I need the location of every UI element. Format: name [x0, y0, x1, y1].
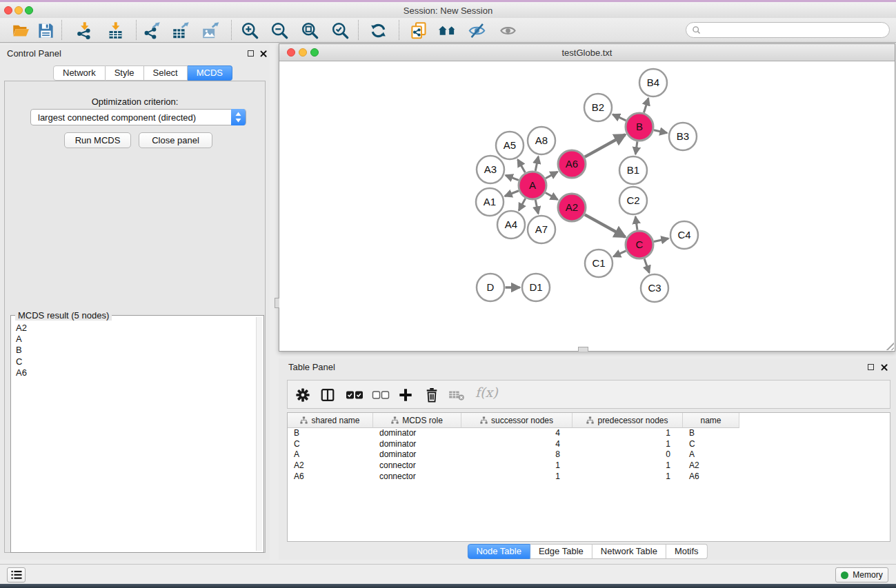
export-image-button[interactable] [199, 20, 222, 41]
cell-predecessor-nodes[interactable]: 1 [573, 472, 683, 483]
graph-node-B1[interactable]: B1 [619, 156, 647, 184]
memory-button[interactable]: Memory [835, 567, 888, 582]
cell-successor-nodes[interactable]: 4 [461, 439, 573, 450]
result-scrollbar[interactable] [256, 317, 262, 551]
graph-edge-B-B1[interactable] [635, 141, 637, 154]
graph-edge-C-C3[interactable] [644, 258, 649, 273]
graph-node-D1[interactable]: D1 [522, 274, 550, 301]
graph-edge-C-C4[interactable] [654, 239, 668, 242]
cell-name[interactable]: A [683, 449, 739, 460]
show-task-history-button[interactable] [7, 567, 26, 582]
zoom-selected-button[interactable] [328, 20, 352, 41]
table-close-panel-icon[interactable] [880, 363, 888, 371]
tab-mcds[interactable]: MCDS [188, 65, 232, 81]
cell-shared-name[interactable]: A2 [288, 460, 373, 472]
cell-name[interactable]: C [683, 439, 739, 450]
export-network-button[interactable] [140, 20, 163, 41]
graph-edge-A2-C[interactable] [585, 214, 626, 236]
graph-node-B4[interactable]: B4 [639, 69, 667, 97]
export-table-button[interactable] [169, 20, 192, 41]
first-neighbors-button[interactable] [435, 20, 459, 41]
search-input[interactable] [704, 23, 885, 37]
criterion-select[interactable]: largest connected component (directed) [30, 109, 246, 125]
graph-node-B3[interactable]: B3 [669, 123, 697, 150]
network-canvas[interactable]: B4B2BB3A5A8A6B1A3AC2A1A2A4A7C4CC1C3DD1 [279, 61, 895, 351]
column-header-name[interactable]: name [683, 413, 739, 428]
network-graph[interactable]: B4B2BB3A5A8A6B1A3AC2A1A2A4A7C4CC1C3DD1 [279, 61, 895, 351]
zoom-fit-button[interactable] [298, 20, 321, 41]
graph-edge-A-A1[interactable] [505, 191, 519, 196]
cell-predecessor-nodes[interactable]: 1 [573, 439, 683, 450]
table-row-b[interactable]: Bdominator41B [288, 428, 890, 439]
tab-node-table[interactable]: Node Table [467, 544, 530, 559]
cell-name[interactable]: A2 [683, 460, 739, 472]
graph-node-B2[interactable]: B2 [584, 94, 612, 121]
column-header-predecessor-nodes[interactable]: predecessor nodes [573, 413, 683, 428]
graph-edge-B-B2[interactable] [613, 114, 626, 121]
show-column-button[interactable] [317, 385, 339, 405]
cell-shared-name[interactable]: A [288, 449, 373, 460]
table-settings-button[interactable] [292, 385, 314, 405]
graph-edge-A-A3[interactable] [506, 175, 519, 180]
graph-node-C4[interactable]: C4 [670, 221, 698, 249]
apply-layout-button[interactable] [366, 20, 390, 41]
graph-node-D[interactable]: D [477, 274, 504, 301]
graph-node-A7[interactable]: A7 [528, 216, 555, 243]
deselect-all-button[interactable] [370, 385, 392, 405]
column-header-successor-nodes[interactable]: successor nodes [461, 413, 573, 428]
graph-node-B[interactable]: B [626, 113, 653, 141]
graph-node-A5[interactable]: A5 [496, 132, 524, 159]
cell-shared-name[interactable]: A6 [288, 472, 373, 483]
cell-successor-nodes[interactable]: 1 [461, 460, 573, 472]
cell-successor-nodes[interactable]: 4 [461, 428, 573, 439]
cell-predecessor-nodes[interactable]: 1 [573, 428, 683, 439]
close-panel-button[interactable]: Close panel [139, 132, 212, 148]
tab-select[interactable]: Select [144, 65, 188, 81]
cell-shared-name[interactable]: B [288, 428, 373, 439]
delete-table-button[interactable] [446, 385, 468, 405]
graph-edge-C-C2[interactable] [635, 216, 637, 230]
table-float-panel-icon[interactable] [868, 364, 874, 370]
graph-node-C2[interactable]: C2 [619, 187, 647, 214]
cell-predecessor-nodes[interactable]: 0 [573, 449, 683, 460]
cell-MCDS-role[interactable]: connector [373, 460, 461, 472]
cell-MCDS-role[interactable]: connector [373, 472, 461, 483]
graph-node-A2[interactable]: A2 [558, 194, 586, 221]
cell-name[interactable]: A6 [683, 472, 739, 483]
graph-edge-A-A6[interactable] [546, 172, 557, 179]
import-table-button[interactable] [103, 20, 127, 41]
graph-edge-A-A2[interactable] [546, 193, 558, 200]
search-field[interactable] [686, 22, 890, 38]
run-mcds-button[interactable]: Run MCDS [64, 132, 131, 148]
import-network-button[interactable] [72, 20, 96, 41]
float-panel-icon[interactable] [248, 50, 254, 57]
zoom-in-button[interactable] [238, 20, 261, 41]
graph-edge-A-A8[interactable] [535, 156, 538, 171]
column-header-shared-name[interactable]: shared name [288, 413, 373, 428]
canvas-bottom-grip[interactable] [578, 347, 588, 352]
graph-node-A6[interactable]: A6 [558, 150, 586, 178]
graph-node-A1[interactable]: A1 [476, 188, 504, 216]
graph-edge-A-A5[interactable] [518, 159, 526, 172]
result-item-b[interactable]: B [12, 345, 255, 356]
tab-network-table[interactable]: Network Table [593, 544, 666, 559]
column-header-MCDS-role[interactable]: MCDS role [373, 413, 461, 428]
tab-edge-table[interactable]: Edge Table [530, 544, 593, 559]
cell-MCDS-role[interactable]: dominator [373, 449, 461, 460]
graph-edge-B-B4[interactable] [644, 98, 648, 112]
table-row-a6[interactable]: A6connector11A6 [288, 472, 890, 483]
function-builder-button[interactable]: f(x) [475, 385, 498, 400]
graph-node-A8[interactable]: A8 [528, 127, 555, 154]
graph-node-A[interactable]: A [519, 172, 546, 199]
graph-node-C[interactable]: C [626, 231, 653, 258]
table-row-a[interactable]: Adominator80A [288, 449, 890, 460]
network-window-titlebar[interactable]: testGlobe.txt [279, 44, 895, 61]
table-row-c[interactable]: Cdominator41C [288, 439, 890, 450]
cell-name[interactable]: B [683, 428, 739, 439]
select-all-button[interactable] [344, 385, 366, 405]
graph-edge-A6-B[interactable] [585, 134, 626, 156]
graph-node-A4[interactable]: A4 [497, 211, 525, 239]
tab-network[interactable]: Network [53, 65, 106, 81]
result-item-a6[interactable]: A6 [12, 367, 255, 378]
graph-node-A3[interactable]: A3 [477, 156, 504, 183]
